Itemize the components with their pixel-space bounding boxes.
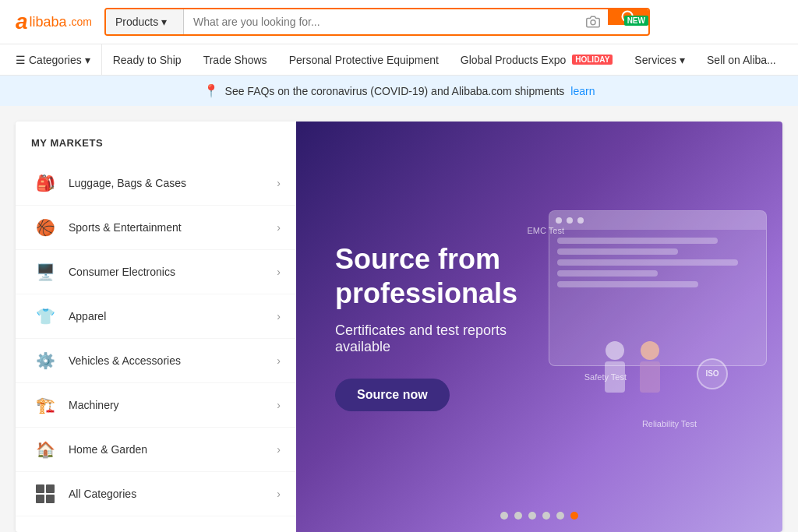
apparel-label: Apparel [69,310,267,322]
menu-icon: ☰ [16,54,26,66]
all-categories-icon [31,480,59,508]
sidebar-item-ready-to-ship[interactable]: Ready to Ship [102,44,192,75]
sidebar-item-sell[interactable]: Sell on Aliba... [696,44,787,75]
machinery-icon: 🏗️ [31,391,59,419]
pagination-dot-5[interactable] [556,512,564,520]
apparel-icon: 👕 [31,302,59,330]
screen-dot [567,217,573,224]
pagination-dot-4[interactable] [542,512,550,520]
chevron-down-icon: ▾ [85,54,90,66]
sidebar-item-electronics[interactable]: 🖥️ Consumer Electronics › [16,250,296,294]
camera-icon [586,15,600,29]
logo-text: libaba [30,14,67,30]
hero-title: Source fromprofessionals [335,242,517,309]
hero-subtitle: Certificates and test reportsavailable [335,322,517,355]
ready-to-ship-label: Ready to Ship [113,54,182,66]
vehicles-label: Vehicles & Accessories [69,354,267,367]
search-input[interactable] [184,9,578,34]
chevron-down-icon: ▾ [680,54,685,66]
chevron-right-icon: › [277,177,281,189]
sidebar-item-ppe[interactable]: Personal Protective Equipment [278,44,450,75]
pin-icon: 📍 [203,83,219,98]
chevron-right-icon: › [277,443,281,456]
pagination-dot-2[interactable] [514,512,522,520]
screen-header [549,211,766,230]
chevron-right-icon: › [277,488,281,500]
sports-label: Sports & Entertainment [69,221,267,234]
search-bar: Products ▾ NEW [104,8,650,36]
chevron-right-icon: › [277,399,281,411]
search-dropdown[interactable]: Products ▾ [106,9,184,34]
trade-shows-label: Trade Shows [203,54,267,66]
luggage-icon: 🎒 [31,169,59,197]
electronics-label: Consumer Electronics [69,266,267,278]
sidebar-item-categories[interactable]: ☰ Categories ▾ [16,44,102,75]
covid-banner: 📍 See FAQs on the coronavirus (COVID-19)… [0,76,798,106]
hero-content: Source fromprofessionals Certificates an… [296,211,556,442]
sidebar-item-trade-shows[interactable]: Trade Shows [192,44,278,75]
camera-button[interactable] [578,9,608,34]
sidebar-item-vehicles[interactable]: ⚙️ Vehicles & Accessories › [16,339,296,383]
sidebar-item-sports[interactable]: 🏀 Sports & Entertainment › [16,206,296,250]
sidebar-item-luggage[interactable]: 🎒 Luggage, Bags & Cases › [16,161,296,206]
content-card: MY MARKETS 🎒 Luggage, Bags & Cases › 🏀 S… [16,122,782,532]
sidebar: MY MARKETS 🎒 Luggage, Bags & Cases › 🏀 S… [16,122,296,532]
vehicles-icon: ⚙️ [31,347,59,375]
svg-rect-4 [46,484,55,493]
chevron-right-icon: › [277,221,281,234]
navbar: ☰ Categories ▾ Ready to Ship Trade Shows… [0,44,798,76]
sell-label: Sell on Aliba... [707,54,776,66]
svg-rect-3 [36,484,44,493]
screen-dot [556,217,562,224]
sidebar-item-global-expo[interactable]: Global Products Expo HOLIDAY [450,44,624,75]
main-content: MY MARKETS 🎒 Luggage, Bags & Cases › 🏀 S… [0,106,798,532]
screen-body [549,230,766,300]
pagination-dot-3[interactable] [528,512,536,520]
holiday-badge: HOLIDAY [572,55,613,65]
hero-banner: Source fromprofessionals Certificates an… [296,122,782,532]
sidebar-item-home-garden[interactable]: 🏠 Home & Garden › [16,428,296,472]
chevron-right-icon: › [277,310,281,322]
sidebar-item-apparel[interactable]: 👕 Apparel › [16,294,296,339]
chevron-right-icon: › [277,266,281,278]
electronics-icon: 🖥️ [31,258,59,286]
safety-test-label: Safety Test [584,372,627,382]
search-dropdown-label: Products [115,16,158,28]
pagination-dots [500,512,578,520]
source-now-button[interactable]: Source now [335,379,450,411]
iso-label: ISO [705,369,719,378]
home-garden-icon: 🏠 [31,435,59,463]
sidebar-item-all-categories[interactable]: All Categories › [16,472,296,516]
sidebar-title: MY MARKETS [16,137,296,161]
covid-banner-text: See FAQs on the coronavirus (COVID-19) a… [225,85,565,97]
sports-icon: 🏀 [31,213,59,241]
chevron-right-icon: › [277,354,281,367]
reliability-test-label: Reliability Test [642,419,697,428]
search-button-wrapper: NEW [608,9,648,34]
logo-icon: a [16,11,28,33]
svg-rect-6 [46,495,55,503]
svg-rect-5 [36,495,44,503]
new-badge: NEW [624,16,648,26]
logo-com: .com [69,16,92,28]
learn-link[interactable]: learn [570,85,595,97]
pagination-dot-1[interactable] [500,512,508,520]
categories-label: Categories [29,54,82,66]
sidebar-item-machinery[interactable]: 🏗️ Machinery › [16,383,296,428]
logo[interactable]: a libaba .com [16,11,92,33]
header: a libaba .com Products ▾ NEW [0,0,798,44]
iso-badge: ISO [697,358,728,389]
machinery-label: Machinery [69,399,267,411]
global-expo-label: Global Products Expo [461,54,566,66]
svg-point-0 [591,20,595,25]
services-label: Services [634,54,676,66]
svg-point-9 [641,341,659,360]
chevron-down-icon: ▾ [161,16,167,28]
home-garden-label: Home & Garden [69,443,267,456]
svg-rect-10 [640,361,660,393]
pagination-dot-6[interactable] [570,512,578,520]
ppe-label: Personal Protective Equipment [289,54,439,66]
luggage-label: Luggage, Bags & Cases [69,177,267,189]
sidebar-item-services[interactable]: Services ▾ [623,44,696,75]
screen-dot [577,217,584,224]
